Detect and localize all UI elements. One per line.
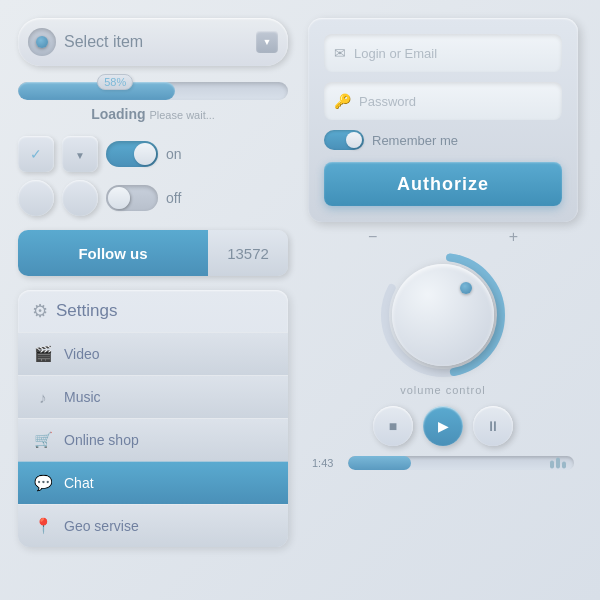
settings-panel: ⚙ Settings 🎬 Video ♪ Music 🛒 Online shop… <box>18 290 288 547</box>
stop-button[interactable]: ■ <box>373 406 413 446</box>
volume-labels: − + <box>368 228 518 246</box>
menu-item-video[interactable]: 🎬 Video <box>18 332 288 375</box>
toggle-on[interactable] <box>106 141 158 167</box>
toggle-knob-off <box>108 187 130 209</box>
remember-toggle[interactable] <box>324 130 364 150</box>
menu-label-chat: Chat <box>64 475 94 491</box>
email-input-row[interactable]: ✉ Login or Email <box>324 34 562 72</box>
select-circle-inner <box>36 36 48 48</box>
menu-label-music: Music <box>64 389 101 405</box>
follow-button[interactable]: Follow us <box>18 230 208 276</box>
time-fill <box>348 456 411 470</box>
round-btn-2[interactable] <box>62 180 98 216</box>
volume-control-text: volume control <box>400 384 486 396</box>
select-label: Select item <box>64 33 256 51</box>
time-slider-row: 1:43 <box>308 456 578 470</box>
left-panel: Select item 58% Loading Please wait... o… <box>18 18 288 547</box>
volume-minus: − <box>368 228 377 246</box>
progress-label: 58% <box>97 74 133 90</box>
menu-label-shop: Online shop <box>64 432 139 448</box>
video-icon: 🎬 <box>32 343 54 365</box>
settings-header: ⚙ Settings <box>18 290 288 332</box>
pause-button[interactable]: ⏸ <box>473 406 513 446</box>
volume-knob <box>392 264 494 366</box>
dropdown-icon <box>75 145 85 163</box>
settings-title: Settings <box>56 301 117 321</box>
select-dropdown[interactable]: Select item <box>18 18 288 66</box>
progress-track <box>18 82 288 100</box>
remember-row: Remember me <box>324 130 562 150</box>
time-label: 1:43 <box>312 457 340 469</box>
play-button[interactable]: ▶ <box>423 406 463 446</box>
progress-fill <box>18 82 175 100</box>
follow-row: Follow us 13572 <box>18 230 288 276</box>
checkmark-icon <box>30 145 42 163</box>
menu-label-video: Video <box>64 346 100 362</box>
gear-icon: ⚙ <box>32 300 48 322</box>
select-arrow-icon <box>256 31 278 53</box>
time-track[interactable] <box>348 456 574 470</box>
toggle-row-off: off <box>18 180 288 216</box>
volume-plus: + <box>509 228 518 246</box>
menu-item-geo[interactable]: 📍 Geo servise <box>18 504 288 547</box>
select-circle-icon <box>28 28 56 56</box>
loading-text: Loading Please wait... <box>18 106 288 122</box>
media-controls: ■ ▶ ⏸ <box>373 406 513 446</box>
dropdown-btn[interactable] <box>62 136 98 172</box>
follow-count: 13572 <box>208 230 288 276</box>
password-placeholder: Password <box>359 94 416 109</box>
toggle-off-label: off <box>166 190 196 206</box>
password-icon: 🔑 <box>334 93 351 109</box>
remember-knob <box>346 132 362 148</box>
menu-label-geo: Geo servise <box>64 518 139 534</box>
volume-section: − + volume control ■ ▶ ⏸ 1:43 <box>308 238 578 470</box>
shop-icon: 🛒 <box>32 429 54 451</box>
password-input-row[interactable]: 🔑 Password <box>324 82 562 120</box>
toggle-row-on: on <box>18 136 288 172</box>
geo-icon: 📍 <box>32 515 54 537</box>
authorize-button[interactable]: Authorize <box>324 162 562 206</box>
toggle-off[interactable] <box>106 185 158 211</box>
time-bars <box>550 458 566 469</box>
right-panel: ✉ Login or Email 🔑 Password Remember me … <box>308 18 578 480</box>
progress-section: 58% Loading Please wait... <box>18 82 288 122</box>
volume-ring[interactable] <box>378 250 508 380</box>
login-panel: ✉ Login or Email 🔑 Password Remember me … <box>308 18 578 222</box>
toggle-knob-on <box>134 143 156 165</box>
menu-item-chat[interactable]: 💬 Chat <box>18 461 288 504</box>
email-icon: ✉ <box>334 45 346 61</box>
menu-item-music[interactable]: ♪ Music <box>18 375 288 418</box>
toggle-on-label: on <box>166 146 196 162</box>
round-btn-1[interactable] <box>18 180 54 216</box>
chat-icon: 💬 <box>32 472 54 494</box>
remember-label: Remember me <box>372 133 458 148</box>
music-icon: ♪ <box>32 386 54 408</box>
checkbox-btn[interactable] <box>18 136 54 172</box>
email-placeholder: Login or Email <box>354 46 437 61</box>
menu-item-shop[interactable]: 🛒 Online shop <box>18 418 288 461</box>
volume-dot <box>460 282 472 294</box>
